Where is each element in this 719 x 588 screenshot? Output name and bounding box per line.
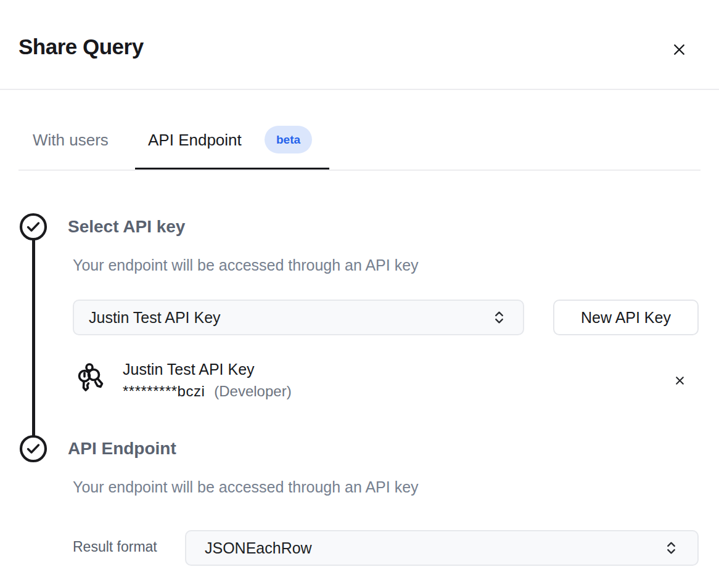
result-format-select-value: JSONEachRow xyxy=(205,539,312,557)
remove-key-x-icon xyxy=(674,375,686,386)
new-api-key-button[interactable]: New API Key xyxy=(553,300,699,335)
share-query-dialog: Share Query With users API Endpoint beta… xyxy=(0,0,719,588)
close-icon xyxy=(671,41,688,58)
step1-description: Your endpoint will be accessed through a… xyxy=(73,256,419,274)
keys-icon xyxy=(75,361,105,394)
api-key-select[interactable]: Justin Test API Key xyxy=(73,300,524,335)
tabs-baseline-divider xyxy=(18,169,701,171)
tab-with-users[interactable]: With users xyxy=(33,131,109,150)
step2-check-icon xyxy=(19,435,47,463)
unfold-chevron-icon xyxy=(665,541,678,556)
selected-key-masked-value: *********bczi xyxy=(123,383,205,400)
step2-title: API Endpoint xyxy=(68,438,176,459)
selected-key-name: Justin Test API Key xyxy=(123,360,255,378)
unfold-chevron-icon xyxy=(493,310,506,325)
result-format-select[interactable]: JSONEachRow xyxy=(185,530,699,566)
step2-description: Your endpoint will be accessed through a… xyxy=(73,478,419,496)
step1-title: Select API key xyxy=(68,216,185,237)
remove-key-button[interactable] xyxy=(671,372,688,389)
dialog-title: Share Query xyxy=(18,35,144,59)
tab-api-endpoint[interactable]: API Endpoint xyxy=(148,131,242,150)
result-format-label: Result format xyxy=(73,539,157,556)
stepper-connector-line xyxy=(32,227,35,449)
close-button[interactable] xyxy=(668,39,689,60)
api-key-select-value: Justin Test API Key xyxy=(89,309,221,327)
header-divider xyxy=(0,89,719,90)
beta-badge: beta xyxy=(265,126,312,153)
selected-key-details: *********bczi (Developer) xyxy=(123,383,292,400)
step1-check-icon xyxy=(19,213,47,241)
selected-key-role: (Developer) xyxy=(214,383,291,400)
